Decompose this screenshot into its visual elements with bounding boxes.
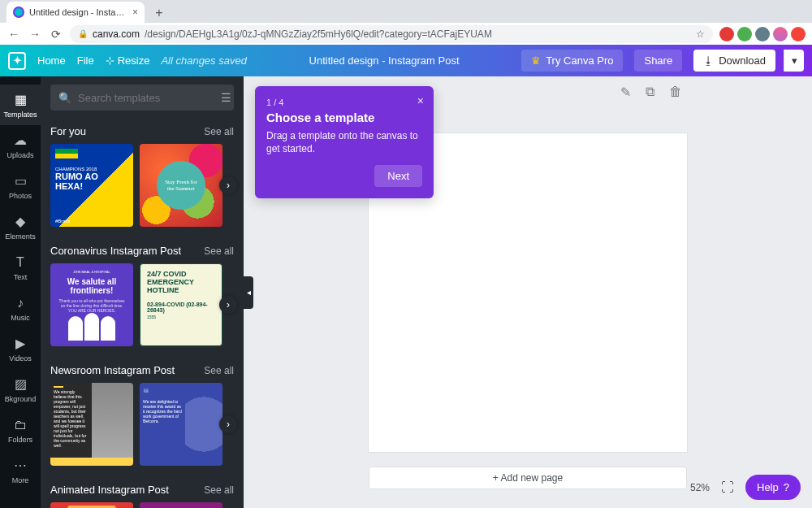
notes-icon[interactable]: ✎	[620, 85, 631, 100]
download-button[interactable]: ⭳ Download	[693, 50, 775, 72]
text-icon: T	[12, 254, 28, 271]
download-dropdown[interactable]: ▾	[784, 50, 804, 72]
resize-button[interactable]: ⊹ Resize	[106, 54, 150, 67]
card-text: We salute all frontliners!	[57, 277, 127, 295]
share-button[interactable]: Share	[634, 50, 682, 72]
rail-background[interactable]: ▨Bkground	[0, 369, 41, 410]
delete-icon[interactable]: 🗑	[669, 85, 682, 100]
rail-elements[interactable]: ◆Elements	[0, 206, 41, 247]
rail-videos[interactable]: ▶Videos	[0, 328, 41, 369]
tab-close-icon[interactable]: ×	[132, 7, 138, 18]
chevron-right-icon[interactable]: ›	[219, 176, 237, 194]
chevron-right-icon[interactable]: ›	[219, 296, 237, 314]
card-text: 1555	[147, 315, 215, 319]
ext-icon[interactable]	[719, 27, 734, 41]
address-bar[interactable]: 🔒 canva.com/design/DAEHgL3A1g/0zJ-qMNGzZ…	[70, 25, 713, 43]
tab-title: Untitled design - Instagram Po...	[29, 7, 127, 17]
template-card[interactable]: ❝We are delighted to receive this award …	[140, 383, 222, 466]
duplicate-icon[interactable]: ⧉	[646, 85, 654, 100]
canva-logo[interactable]: ✦	[8, 52, 26, 70]
zoom-level[interactable]: 52%	[690, 482, 710, 493]
flag-graphic	[55, 149, 78, 163]
videos-icon: ▶	[12, 336, 28, 352]
section-title: Newsroom Instagram Post	[50, 364, 175, 376]
template-card[interactable]	[50, 502, 133, 508]
browser-toolbar: ← → ⟳ 🔒 canva.com/design/DAEHgL3A1g/0zJ-…	[0, 23, 812, 45]
document-title[interactable]: Untitled design - Instagram Post	[309, 54, 460, 67]
rail-label: Bkground	[5, 395, 37, 403]
folders-icon: 🗀	[12, 417, 28, 433]
app-topbar: ✦ Home File ⊹ Resize All changes saved U…	[0, 45, 812, 76]
search-field[interactable]	[78, 92, 214, 104]
rail-label: Templates	[3, 111, 37, 119]
help-label: Help	[757, 481, 779, 493]
template-row: KEEP CATS INDOORS	[50, 502, 234, 508]
resize-icon: ⊹	[106, 54, 114, 67]
add-page-button[interactable]: + Add new page	[369, 467, 687, 489]
section-for-you: For you See all CHAMPIONS 2018 RUMO AO H…	[41, 119, 244, 238]
canvas-bottombar: 52% ⛶ Help ?	[690, 475, 801, 500]
new-tab-button[interactable]: +	[149, 3, 169, 23]
see-all-link[interactable]: See all	[204, 126, 234, 137]
fullscreen-icon[interactable]: ⛶	[721, 480, 734, 495]
card-text: Thank you to all who put themselves on t…	[57, 298, 127, 313]
back-icon[interactable]: ←	[6, 27, 21, 41]
uploads-icon: ☁	[12, 132, 28, 149]
rail-photos[interactable]: ▭Photos	[0, 166, 41, 206]
card-text: 24/7 COVID EMERGENCY HOTLINE	[147, 271, 215, 295]
rail-templates[interactable]: ▦Templates	[0, 85, 41, 125]
search-input[interactable]: 🔍 ☰	[50, 85, 234, 111]
card-text: We are delighted to receive this award a…	[143, 399, 182, 423]
download-label: Download	[719, 54, 766, 67]
template-card[interactable]: 24/7 COVID EMERGENCY HOTLINE 02-894-COVI…	[140, 263, 222, 346]
forward-icon[interactable]: →	[28, 27, 42, 41]
section-title: Animated Instagram Post	[50, 484, 169, 496]
rail-label: Elements	[5, 232, 36, 241]
home-link[interactable]: Home	[37, 54, 66, 67]
see-all-link[interactable]: See all	[204, 365, 234, 376]
ext-icon[interactable]	[755, 27, 770, 41]
template-card[interactable]: We strongly believe that this program wi…	[50, 383, 133, 466]
rail-music[interactable]: ♪Music	[0, 288, 41, 328]
rail-label: Videos	[9, 354, 31, 363]
help-icon: ?	[784, 481, 789, 493]
card-text: JOIN MEAL & HOSPITAL	[57, 270, 127, 274]
section-title: Coronavirus Instagram Post	[50, 245, 181, 257]
chevron-right-icon[interactable]: ›	[219, 415, 237, 433]
filter-icon[interactable]: ☰	[221, 91, 231, 104]
search-icon: 🔍	[58, 92, 71, 104]
section-animated: Animated Instagram Post See all KEEP CAT…	[41, 477, 244, 508]
card-text: RUMO AO	[55, 172, 128, 181]
template-card[interactable]: CHAMPIONS 2018 RUMO AO HEXA! #Brazil	[50, 144, 133, 227]
file-menu[interactable]: File	[77, 54, 94, 67]
rail-uploads[interactable]: ☁Uploads	[0, 125, 41, 166]
ext-icon[interactable]	[737, 27, 752, 41]
try-pro-button[interactable]: ♛ Try Canva Pro	[521, 50, 623, 72]
reload-icon[interactable]: ⟳	[49, 27, 63, 41]
template-card[interactable]: KEEP CATS INDOORS	[140, 502, 222, 508]
avatar[interactable]	[773, 27, 788, 41]
rail-label: Photos	[9, 192, 32, 200]
photos-icon: ▭	[12, 173, 28, 189]
collapse-panel-button[interactable]: ◂	[244, 276, 253, 309]
star-icon[interactable]: ☆	[696, 28, 705, 40]
ext-icon[interactable]	[791, 27, 806, 41]
see-all-link[interactable]: See all	[204, 245, 234, 257]
rail-more[interactable]: ⋯More	[0, 450, 41, 491]
template-card[interactable]: JOIN MEAL & HOSPITAL We salute all front…	[50, 263, 133, 346]
rail-folders[interactable]: 🗀Folders	[0, 410, 41, 450]
template-card[interactable]: Stay Fresh for the Summer	[140, 144, 222, 227]
rail-text[interactable]: TText	[0, 247, 41, 288]
tooltip-body: Drag a template onto the canvas to get s…	[266, 129, 422, 155]
tooltip-next-button[interactable]: Next	[374, 165, 422, 187]
card-text: We strongly believe that this program wi…	[50, 383, 92, 458]
quote-icon: ❝	[143, 386, 182, 399]
browser-tab[interactable]: Untitled design - Instagram Po... ×	[6, 2, 145, 23]
help-button[interactable]: Help ?	[745, 475, 801, 500]
see-all-link[interactable]: See all	[204, 484, 234, 496]
card-text: Stay Fresh for the Summer	[157, 161, 205, 210]
crown-icon: ♛	[531, 54, 541, 67]
section-title: For you	[50, 125, 86, 137]
rail-label: More	[12, 476, 29, 484]
template-row: JOIN MEAL & HOSPITAL We salute all front…	[50, 263, 234, 346]
